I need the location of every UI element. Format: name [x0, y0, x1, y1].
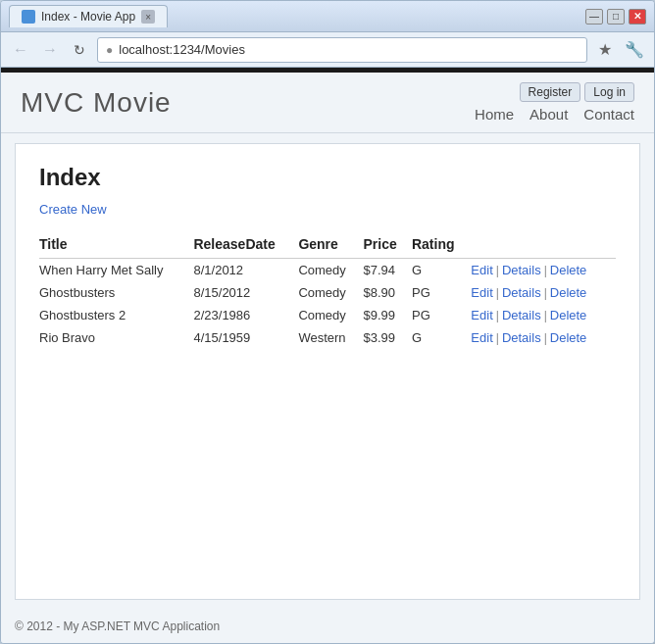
edit-link[interactable]: Edit — [471, 308, 492, 322]
cell-genre: Comedy — [298, 281, 363, 304]
maximize-button[interactable]: □ — [607, 9, 625, 25]
cell-release-date: 8/15/2012 — [193, 281, 298, 304]
cell-price: $8.90 — [363, 281, 411, 304]
forward-button[interactable]: → — [38, 38, 62, 62]
col-title: Title — [39, 232, 193, 259]
close-button[interactable]: ✕ — [629, 9, 646, 25]
delete-link[interactable]: Delete — [550, 308, 587, 322]
details-link[interactable]: Details — [502, 330, 541, 345]
settings-button[interactable]: 🔧 — [623, 38, 646, 62]
create-new-link[interactable]: Create New — [39, 202, 107, 217]
browser-tab[interactable]: Index - Movie App × — [9, 5, 168, 27]
cell-genre: Comedy — [298, 304, 363, 326]
col-price: Price — [363, 232, 411, 259]
cell-rating: G — [412, 326, 471, 349]
cell-price: $3.99 — [363, 326, 411, 349]
login-button[interactable]: Log in — [584, 82, 634, 102]
footer: © 2012 - My ASP.NET MVC Application — [1, 610, 654, 643]
cell-release-date: 8/1/2012 — [193, 259, 298, 282]
col-genre: Genre — [298, 232, 363, 259]
cell-actions: Edit | Details | Delete — [471, 281, 616, 304]
table-row: When Harry Met Sally 8/1/2012 Comedy $7.… — [39, 259, 616, 282]
app-nav-right: Register Log in Home About Contact — [475, 82, 634, 123]
delete-link[interactable]: Delete — [550, 263, 587, 277]
sep-2: | — [544, 309, 547, 322]
movies-table: Title ReleaseDate Genre Price Rating Whe… — [39, 232, 616, 349]
table-row: Rio Bravo 4/15/1959 Western $3.99 G Edit… — [39, 326, 616, 349]
edit-link[interactable]: Edit — [471, 263, 492, 277]
edit-link[interactable]: Edit — [471, 330, 492, 345]
main-content: Index Create New Title ReleaseDate Genre… — [15, 143, 640, 600]
cell-price: $7.94 — [363, 259, 411, 282]
cell-release-date: 4/15/1959 — [193, 326, 298, 349]
cell-rating: G — [412, 259, 471, 282]
edit-link[interactable]: Edit — [471, 285, 492, 300]
cell-rating: PG — [412, 281, 471, 304]
nav-contact[interactable]: Contact — [583, 106, 634, 123]
nav-links: Home About Contact — [475, 106, 634, 123]
bookmark-button[interactable]: ★ — [593, 38, 617, 62]
back-button[interactable]: ← — [9, 38, 32, 62]
nav-home[interactable]: Home — [475, 106, 514, 123]
tab-close-button[interactable]: × — [141, 10, 155, 24]
delete-link[interactable]: Delete — [550, 285, 587, 300]
sep-1: | — [496, 309, 499, 322]
cell-title: Ghostbusters 2 — [39, 304, 193, 326]
delete-link[interactable]: Delete — [550, 330, 587, 345]
cell-genre: Western — [298, 326, 363, 349]
title-bar: Index - Movie App × — □ ✕ — [1, 1, 654, 32]
auth-links: Register Log in — [520, 82, 634, 102]
col-rating: Rating — [412, 232, 471, 259]
details-link[interactable]: Details — [502, 308, 541, 322]
address-bar: ← → ↻ ● localhost:1234/Movies ★ 🔧 — [1, 32, 654, 68]
details-link[interactable]: Details — [502, 263, 541, 277]
cell-actions: Edit | Details | Delete — [471, 259, 616, 282]
url-security-icon: ● — [106, 43, 113, 57]
cell-release-date: 2/23/1986 — [193, 304, 298, 326]
sep-2: | — [544, 264, 547, 277]
table-header-row: Title ReleaseDate Genre Price Rating — [39, 232, 616, 259]
window-controls: — □ ✕ — [585, 9, 646, 25]
register-button[interactable]: Register — [520, 82, 581, 102]
browser-window: Index - Movie App × — □ ✕ ← → ↻ ● localh… — [0, 0, 655, 644]
sep-1: | — [496, 264, 499, 277]
sep-2: | — [544, 331, 547, 345]
footer-text: © 2012 - My ASP.NET MVC Application — [15, 619, 220, 633]
tab-title: Index - Movie App — [41, 10, 135, 24]
cell-title: When Harry Met Sally — [39, 259, 193, 282]
col-release-date: ReleaseDate — [193, 232, 298, 259]
page-content: MVC Movie Register Log in Home About Con… — [1, 68, 654, 643]
sep-1: | — [496, 331, 499, 345]
refresh-button[interactable]: ↻ — [68, 38, 91, 62]
minimize-button[interactable]: — — [585, 9, 603, 25]
sep-1: | — [496, 286, 499, 300]
table-row: Ghostbusters 8/15/2012 Comedy $8.90 PG E… — [39, 281, 616, 304]
sep-2: | — [544, 286, 547, 300]
nav-about[interactable]: About — [529, 106, 568, 123]
app-logo: MVC Movie — [21, 87, 172, 119]
table-row: Ghostbusters 2 2/23/1986 Comedy $9.99 PG… — [39, 304, 616, 326]
cell-actions: Edit | Details | Delete — [471, 304, 616, 326]
cell-title: Ghostbusters — [39, 281, 193, 304]
app-nav-bar: MVC Movie Register Log in Home About Con… — [1, 73, 654, 133]
cell-price: $9.99 — [363, 304, 411, 326]
cell-actions: Edit | Details | Delete — [471, 326, 616, 349]
details-link[interactable]: Details — [502, 285, 541, 300]
title-bar-left: Index - Movie App × — [9, 5, 168, 27]
cell-genre: Comedy — [298, 259, 363, 282]
url-bar[interactable]: ● localhost:1234/Movies — [97, 37, 587, 63]
cell-rating: PG — [412, 304, 471, 326]
cell-title: Rio Bravo — [39, 326, 193, 349]
page-title: Index — [39, 164, 616, 191]
tab-favicon — [22, 10, 35, 24]
col-actions — [471, 232, 616, 259]
url-text: localhost:1234/Movies — [119, 42, 245, 57]
